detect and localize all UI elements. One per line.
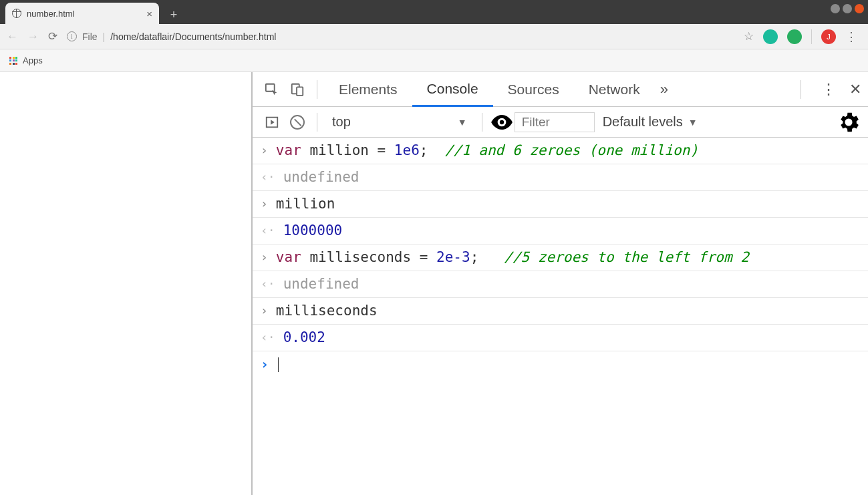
output-chevron-icon: ‹· bbox=[261, 275, 275, 293]
svg-rect-2 bbox=[297, 87, 303, 96]
svg-rect-0 bbox=[266, 84, 275, 91]
close-tab-icon[interactable]: × bbox=[146, 8, 152, 19]
bookmark-star-icon[interactable]: ☆ bbox=[744, 29, 754, 43]
input-chevron-icon: › bbox=[261, 355, 269, 373]
url-field[interactable]: i File | /home/dataflair/Documents/numbe… bbox=[67, 31, 734, 42]
window-controls bbox=[831, 4, 864, 13]
devtools-close-icon[interactable]: ✕ bbox=[849, 81, 861, 98]
tab-network[interactable]: Network bbox=[574, 72, 655, 107]
console-input-row: › milliseconds bbox=[253, 298, 868, 325]
more-tabs-icon[interactable]: » bbox=[660, 81, 668, 98]
divider bbox=[801, 80, 801, 99]
console-settings-gear-icon[interactable] bbox=[836, 110, 861, 134]
output-chevron-icon: ‹· bbox=[261, 221, 275, 239]
console-input-row: › million bbox=[253, 191, 868, 218]
output-value: undefined bbox=[283, 168, 359, 186]
tab-sources[interactable]: Sources bbox=[493, 72, 574, 107]
page-viewport bbox=[0, 72, 253, 495]
console-output-row: ‹· 1000000 bbox=[253, 218, 868, 244]
reload-button[interactable]: ⟳ bbox=[48, 29, 57, 43]
tab-console[interactable]: Console bbox=[412, 72, 493, 107]
apps-icon[interactable] bbox=[9, 57, 17, 65]
console-output[interactable]: › var million = 1e6; //1 and 6 zeroes (o… bbox=[253, 138, 868, 495]
output-chevron-icon: ‹· bbox=[261, 328, 275, 346]
log-levels-select[interactable]: Default levels ▼ bbox=[595, 114, 706, 130]
console-toolbar: top ▼ Default levels ▼ bbox=[253, 107, 868, 138]
filter-input[interactable] bbox=[515, 112, 595, 132]
browser-tabbar: number.html × + bbox=[0, 0, 868, 24]
browser-tab[interactable]: number.html × bbox=[5, 3, 159, 24]
input-chevron-icon: › bbox=[261, 141, 268, 159]
globe-icon bbox=[12, 9, 21, 18]
divider bbox=[317, 113, 317, 132]
bookmarks-bar: Apps bbox=[0, 49, 868, 72]
url-path: /home/dataflair/Documents/number.html bbox=[110, 31, 276, 42]
dropdown-icon: ▼ bbox=[688, 117, 698, 128]
output-value: 1000000 bbox=[283, 221, 343, 240]
console-input[interactable] bbox=[277, 355, 279, 373]
devtools-menu-icon[interactable]: ⋮ bbox=[821, 81, 836, 98]
execution-context-select[interactable]: top ▼ bbox=[324, 114, 475, 130]
input-chevron-icon: › bbox=[261, 194, 268, 212]
output-value: undefined bbox=[283, 275, 359, 293]
tab-title: number.html bbox=[27, 9, 75, 19]
console-input-row: › var million = 1e6; //1 and 6 zeroes (o… bbox=[253, 138, 868, 164]
extension-green-icon[interactable] bbox=[787, 29, 802, 44]
toolbar-separator bbox=[811, 29, 812, 44]
browser-menu-icon[interactable]: ⋮ bbox=[845, 29, 857, 44]
window-maximize-icon[interactable] bbox=[843, 4, 852, 13]
clear-console-icon[interactable] bbox=[285, 110, 310, 134]
toolbar-right: ☆ J ⋮ bbox=[744, 29, 861, 44]
output-value: 0.002 bbox=[283, 328, 325, 347]
forward-button[interactable]: → bbox=[27, 30, 39, 43]
divider bbox=[317, 80, 317, 99]
code-line: var million = 1e6; //1 and 6 zeroes (one… bbox=[276, 141, 698, 160]
divider bbox=[482, 113, 482, 132]
window-minimize-icon[interactable] bbox=[831, 4, 840, 13]
console-output-row: ‹· 0.002 bbox=[253, 325, 868, 351]
devtools-panel: Elements Console Sources Network » ⋮ ✕ bbox=[253, 72, 868, 495]
devtools-tabbar: Elements Console Sources Network » ⋮ ✕ bbox=[253, 72, 868, 107]
code-line: million bbox=[276, 194, 335, 213]
show-console-sidebar-icon[interactable] bbox=[259, 110, 285, 134]
console-output-row: ‹· undefined bbox=[253, 164, 868, 191]
address-bar: ← → ⟳ i File | /home/dataflair/Documents… bbox=[0, 24, 868, 49]
input-chevron-icon: › bbox=[261, 248, 268, 266]
levels-label: Default levels bbox=[603, 114, 683, 130]
tab-elements[interactable]: Elements bbox=[324, 72, 412, 107]
dropdown-icon: ▼ bbox=[458, 117, 467, 128]
apps-label[interactable]: Apps bbox=[23, 55, 43, 65]
url-scheme: File bbox=[82, 31, 98, 42]
new-tab-button[interactable]: + bbox=[164, 5, 183, 24]
console-prompt-row[interactable]: › bbox=[253, 351, 868, 377]
console-input-row: › var milliseconds = 2e-3; //5 zeroes to… bbox=[253, 244, 868, 271]
url-separator: | bbox=[103, 31, 106, 42]
live-expression-eye-icon[interactable] bbox=[489, 110, 515, 134]
console-output-row: ‹· undefined bbox=[253, 271, 868, 298]
workspace: Elements Console Sources Network » ⋮ ✕ bbox=[0, 72, 868, 495]
input-chevron-icon: › bbox=[261, 301, 268, 319]
code-line: var milliseconds = 2e-3; //5 zeroes to t… bbox=[276, 248, 749, 267]
extension-grammarly-icon[interactable] bbox=[763, 29, 778, 44]
output-chevron-icon: ‹· bbox=[261, 168, 275, 186]
info-icon[interactable]: i bbox=[67, 31, 77, 41]
inspect-element-icon[interactable] bbox=[259, 77, 285, 102]
context-label: top bbox=[332, 114, 351, 130]
code-line: milliseconds bbox=[276, 301, 378, 320]
device-toolbar-icon[interactable] bbox=[285, 77, 310, 102]
profile-avatar[interactable]: J bbox=[821, 29, 836, 44]
back-button[interactable]: ← bbox=[7, 30, 18, 43]
window-close-icon[interactable] bbox=[855, 4, 864, 13]
